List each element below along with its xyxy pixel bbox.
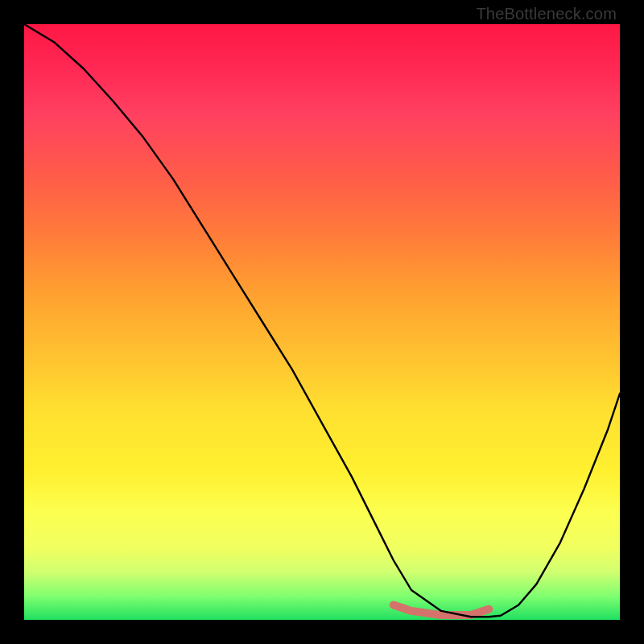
curve-svg — [24, 24, 620, 620]
plot-area — [24, 24, 620, 620]
chart-frame: TheBottleneck.com — [0, 0, 644, 644]
bottleneck-curve — [24, 24, 620, 617]
watermark-label: TheBottleneck.com — [476, 5, 617, 23]
